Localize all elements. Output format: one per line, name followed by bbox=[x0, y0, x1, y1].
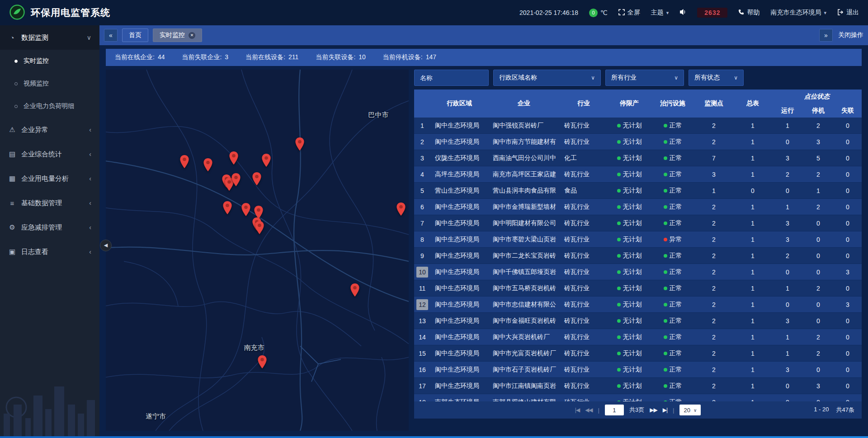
map-pin-icon[interactable] bbox=[257, 355, 267, 370]
map-pin-icon[interactable] bbox=[261, 153, 271, 169]
map-pin-icon[interactable] bbox=[255, 221, 264, 236]
table-row[interactable]: 3 仪陇生态环境局 西南油气田分公司川中 化工 无计划 正常 7 1 3 5 0 bbox=[414, 150, 862, 166]
tab-home[interactable]: 首页 bbox=[122, 28, 148, 42]
map-city-label: 南充市 bbox=[244, 344, 264, 352]
table-row[interactable]: 1 阆中生态环境局 阆中强锐页岩砖厂 砖瓦行业 无计划 正常 2 1 1 2 0 bbox=[414, 118, 862, 134]
collapse-map-button[interactable]: ◀ bbox=[100, 240, 112, 251]
table-row[interactable]: 5 营山生态环境局 营山县润丰肉食品有限 食品 无计划 正常 1 0 0 1 0 bbox=[414, 183, 862, 199]
cell-points: 2 bbox=[694, 350, 733, 357]
map-pin-icon[interactable] bbox=[252, 172, 262, 187]
cell-limit: 无计划 bbox=[608, 382, 651, 390]
theme-dropdown[interactable]: 主题 ▾ bbox=[651, 9, 669, 17]
sidebar-section-emergency[interactable]: ⚙ 应急减排管理 ‹ bbox=[0, 215, 99, 240]
alarm-count-badge[interactable]: 2632 bbox=[697, 8, 727, 18]
sidebar-item-realtime-monitor[interactable]: 实时监控 bbox=[0, 50, 99, 72]
map-pin-icon[interactable] bbox=[295, 137, 305, 152]
map-roads bbox=[106, 70, 409, 431]
table-row[interactable]: 8 阆中生态环境局 阆中市枣碧大梁山页岩 砖瓦行业 无计划 异常 2 1 3 0… bbox=[414, 231, 862, 248]
status-filter-select[interactable]: 所有状态 ∨ bbox=[689, 70, 744, 86]
tab-realtime-monitor[interactable]: 实时监控 ✕ bbox=[153, 28, 202, 42]
cell-lost: 0 bbox=[834, 366, 862, 373]
map-pin-icon[interactable] bbox=[241, 203, 251, 218]
table-row[interactable]: 6 阆中生态环境局 阆中市金博瑞新型墙材 砖瓦行业 无计划 正常 2 1 1 2… bbox=[414, 199, 862, 215]
close-icon[interactable]: ✕ bbox=[189, 32, 195, 39]
datetime-label: 2021-02-25 17:46:18 bbox=[519, 9, 578, 16]
chevron-left-icon: ‹ bbox=[89, 151, 91, 158]
alarm-speaker-button[interactable] bbox=[679, 9, 686, 17]
tabs-scroll-left-button[interactable]: « bbox=[104, 29, 118, 42]
tabs-scroll-right-button[interactable]: » bbox=[819, 29, 833, 42]
sidebar-section-company-abnormal[interactable]: ⚠ 企业异常 ‹ bbox=[0, 118, 99, 142]
close-operations-button[interactable]: 关闭操作 bbox=[838, 31, 863, 39]
sidebar-section-data-monitoring[interactable]: ◔ 数据监测 ∨ bbox=[0, 25, 99, 50]
skyline-decoration bbox=[0, 364, 99, 436]
map-pin-icon[interactable] bbox=[179, 155, 189, 170]
cell-industry: 砖瓦行业 bbox=[560, 333, 608, 341]
table-row[interactable]: 13 阆中生态环境局 阆中市金福旺页岩机砖 砖瓦行业 无计划 正常 2 1 3 … bbox=[414, 313, 862, 329]
cell-run: 0 bbox=[772, 268, 803, 276]
sidebar-section-power-analysis[interactable]: ▦ 企业用电量分析 ‹ bbox=[0, 166, 99, 191]
map-pin-icon[interactable] bbox=[350, 283, 360, 298]
next-page-button[interactable]: ▶▶ bbox=[650, 407, 657, 413]
last-page-button[interactable]: ▶| bbox=[663, 407, 667, 413]
table-row[interactable]: 2 阆中生态环境局 阆中市南方节能建材有 砖瓦行业 无计划 正常 2 1 0 3… bbox=[414, 134, 862, 150]
stat-item: 当前停机设备: 147 bbox=[383, 53, 436, 61]
cell-lost: 0 bbox=[834, 382, 862, 390]
industry-filter-select[interactable]: 所有行业 ∨ bbox=[605, 70, 684, 86]
cell-industry: 砖瓦行业 bbox=[560, 301, 608, 309]
chevron-left-icon: ‹ bbox=[89, 126, 91, 133]
cell-run: 3 bbox=[772, 220, 803, 227]
status-dot-icon bbox=[617, 287, 621, 290]
cell-meter: 1 bbox=[733, 122, 772, 129]
page-size-select[interactable]: 20 ∨ bbox=[679, 405, 701, 415]
table-row[interactable]: 12 阆中生态环境局 阆中市忠信建材有限公 砖瓦行业 无计划 正常 2 1 0 … bbox=[414, 297, 862, 313]
org-dropdown[interactable]: 南充市生态环境局 ▾ bbox=[770, 9, 826, 17]
cell-run: 1 bbox=[772, 334, 803, 341]
fullscreen-button[interactable]: 全屏 bbox=[618, 9, 640, 17]
log-icon: ▣ bbox=[8, 248, 16, 256]
cell-index: 13 bbox=[414, 316, 430, 326]
app-title: 环保用电监管系统 bbox=[31, 6, 110, 19]
name-filter-input[interactable] bbox=[414, 70, 489, 86]
table-row[interactable]: 14 阆中生态环境局 阆中大兴页岩机砖厂 砖瓦行业 无计划 正常 2 1 1 2… bbox=[414, 329, 862, 345]
logout-button[interactable]: 退出 bbox=[837, 9, 859, 17]
table-row[interactable]: 15 阆中生态环境局 阆中市光富页岩机砖厂 砖瓦行业 无计划 正常 2 1 1 … bbox=[414, 345, 862, 362]
prev-page-button[interactable]: ◀◀ bbox=[585, 407, 592, 413]
region-filter-select[interactable]: 行政区域名称 ∨ bbox=[493, 70, 601, 86]
status-dot-icon bbox=[617, 303, 621, 306]
sidebar-item-video-monitor[interactable]: 视频监控 bbox=[0, 72, 99, 95]
sidebar-section-logs[interactable]: ▣ 日志查看 ‹ bbox=[0, 240, 99, 264]
map-pin-icon[interactable] bbox=[231, 173, 241, 188]
table-row[interactable]: 17 阆中生态环境局 阆中市江南镇阆南页岩 砖瓦行业 无计划 正常 2 1 0 … bbox=[414, 378, 862, 394]
table-row[interactable]: 9 阆中生态环境局 阆中市二龙长宝页岩砖 砖瓦行业 无计划 正常 2 1 2 0… bbox=[414, 248, 862, 264]
stats-bar: 当前在线企业: 44 当前失联企业: 3 当前在线设备: 211 当前失联设备:… bbox=[106, 49, 862, 66]
table-row[interactable]: 11 阆中生态环境局 阆中市五马桥页岩机砖 砖瓦行业 无计划 正常 2 1 1 … bbox=[414, 280, 862, 297]
table-row[interactable]: 16 阆中生态环境局 阆中市石子页岩机砖厂 砖瓦行业 无计划 正常 2 1 3 … bbox=[414, 362, 862, 378]
weather-widget: 0 ℃ bbox=[589, 9, 608, 17]
sidebar-section-label: 数据监测 bbox=[21, 33, 48, 42]
help-button[interactable]: 帮助 bbox=[738, 9, 760, 17]
cell-region: 营山生态环境局 bbox=[430, 187, 488, 195]
col-lost: 失联 bbox=[834, 104, 862, 118]
chevron-down-icon: ∨ bbox=[674, 75, 678, 81]
first-page-button[interactable]: |◀ bbox=[575, 407, 580, 413]
temperature-badge: 0 bbox=[589, 9, 598, 17]
cell-company: 阆中市石子页岩机砖厂 bbox=[488, 366, 560, 374]
sidebar-section-company-stats[interactable]: ▤ 企业综合统计 ‹ bbox=[0, 142, 99, 166]
cell-limit: 无计划 bbox=[608, 366, 651, 374]
sidebar-item-power-load-detail[interactable]: 企业电力负荷明细 bbox=[0, 95, 99, 118]
map-pin-icon[interactable] bbox=[396, 202, 406, 217]
sidebar-section-base-data[interactable]: ≡ 基础数据管理 ‹ bbox=[0, 191, 99, 215]
map[interactable]: 巴中市南充市遂宁市 ◀ bbox=[106, 70, 409, 431]
map-pin-icon[interactable] bbox=[203, 158, 213, 173]
page-number-input[interactable] bbox=[605, 405, 624, 415]
table-row[interactable]: 7 阆中生态环境局 阆中明阳建材有限公司 砖瓦行业 无计划 正常 2 1 3 0… bbox=[414, 215, 862, 231]
map-pin-icon[interactable] bbox=[229, 151, 239, 166]
col-facility: 治污设施 bbox=[651, 89, 694, 118]
cell-meter: 1 bbox=[733, 350, 772, 357]
table-row[interactable]: 10 阆中生态环境局 阆中千佛镇五郎垭页岩 砖瓦行业 无计划 正常 2 1 0 … bbox=[414, 264, 862, 280]
cell-points: 2 bbox=[694, 285, 733, 292]
table-row[interactable]: 18 南部生态环境局 南部县双峰山建材有限 砖瓦行业 无计划 正常 2 1 0 … bbox=[414, 394, 862, 401]
table-row[interactable]: 4 高坪生态环境局 南充市高坪区王家店建 砖瓦行业 无计划 正常 3 1 2 2… bbox=[414, 166, 862, 183]
map-pin-icon[interactable] bbox=[222, 201, 232, 216]
